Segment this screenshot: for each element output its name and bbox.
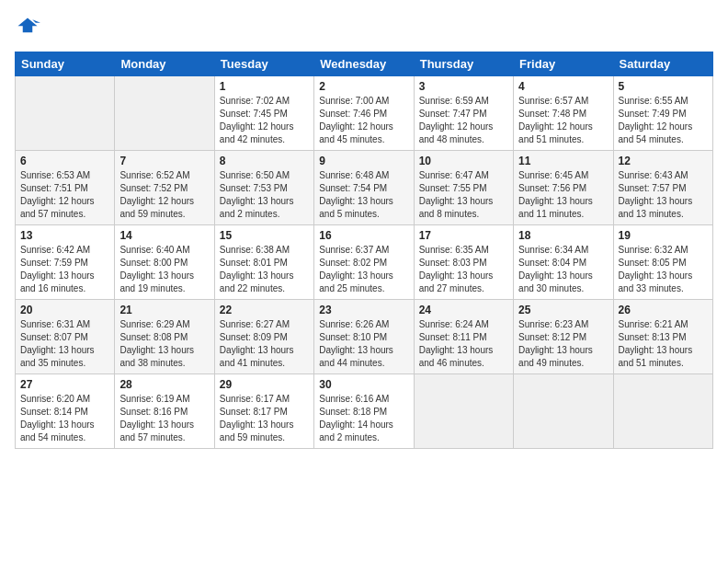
calendar-cell: 25Sunrise: 6:23 AMSunset: 8:12 PMDayligh… — [514, 300, 613, 374]
svg-marker-1 — [32, 19, 40, 23]
calendar-cell: 27Sunrise: 6:20 AMSunset: 8:14 PMDayligh… — [16, 374, 115, 449]
day-info: Sunrise: 6:55 AMSunset: 7:49 PMDaylight:… — [619, 95, 708, 146]
day-info: Sunrise: 6:23 AMSunset: 8:12 PMDaylight:… — [518, 318, 608, 370]
day-info: Sunrise: 6:20 AMSunset: 8:14 PMDaylight:… — [20, 393, 109, 444]
day-info: Sunrise: 6:43 AMSunset: 7:57 PMDaylight:… — [619, 169, 708, 221]
day-number: 28 — [119, 378, 209, 391]
day-info: Sunrise: 6:48 AMSunset: 7:54 PMDaylight:… — [319, 169, 408, 221]
calendar-cell: 12Sunrise: 6:43 AMSunset: 7:57 PMDayligh… — [613, 151, 712, 225]
calendar-table: SundayMondayTuesdayWednesdayThursdayFrid… — [15, 52, 713, 449]
day-info: Sunrise: 6:26 AMSunset: 8:10 PMDaylight:… — [319, 318, 408, 370]
day-info: Sunrise: 6:52 AMSunset: 7:52 PMDaylight:… — [119, 169, 209, 221]
calendar-cell: 3Sunrise: 6:59 AMSunset: 7:47 PMDaylight… — [414, 76, 513, 151]
calendar-cell: 10Sunrise: 6:47 AMSunset: 7:55 PMDayligh… — [414, 151, 513, 225]
day-number: 1 — [220, 80, 309, 93]
day-number: 17 — [419, 229, 508, 242]
day-number: 25 — [518, 304, 608, 316]
day-info: Sunrise: 7:02 AMSunset: 7:45 PMDaylight:… — [220, 95, 309, 146]
day-info: Sunrise: 7:00 AMSunset: 7:46 PMDaylight:… — [319, 95, 408, 146]
weekday-header-monday: Monday — [115, 52, 214, 76]
day-info: Sunrise: 6:35 AMSunset: 8:03 PMDaylight:… — [419, 244, 508, 295]
calendar-cell: 9Sunrise: 6:48 AMSunset: 7:54 PMDaylight… — [314, 151, 414, 225]
day-info: Sunrise: 6:31 AMSunset: 8:07 PMDaylight:… — [20, 318, 109, 370]
calendar-cell: 14Sunrise: 6:40 AMSunset: 8:00 PMDayligh… — [115, 225, 214, 300]
logo-icon — [15, 15, 40, 40]
day-number: 24 — [419, 304, 508, 316]
calendar-cell: 23Sunrise: 6:26 AMSunset: 8:10 PMDayligh… — [314, 300, 414, 374]
day-number: 3 — [419, 80, 508, 93]
calendar-cell: 5Sunrise: 6:55 AMSunset: 7:49 PMDaylight… — [613, 76, 712, 151]
calendar-cell — [16, 76, 115, 151]
calendar-cell — [514, 374, 613, 449]
day-number: 23 — [319, 304, 408, 316]
day-number: 13 — [20, 229, 109, 242]
day-number: 27 — [20, 378, 109, 391]
day-number: 15 — [220, 229, 309, 242]
day-number: 7 — [119, 155, 209, 167]
calendar-cell: 24Sunrise: 6:24 AMSunset: 8:11 PMDayligh… — [414, 300, 513, 374]
day-number: 29 — [220, 378, 309, 391]
day-number: 4 — [518, 80, 608, 93]
weekday-header-sunday: Sunday — [16, 52, 115, 76]
calendar-cell: 20Sunrise: 6:31 AMSunset: 8:07 PMDayligh… — [16, 300, 115, 374]
calendar-week-3: 13Sunrise: 6:42 AMSunset: 7:59 PMDayligh… — [16, 225, 713, 300]
calendar-header-row: SundayMondayTuesdayWednesdayThursdayFrid… — [16, 52, 713, 76]
day-number: 30 — [319, 378, 408, 391]
day-info: Sunrise: 6:19 AMSunset: 8:16 PMDaylight:… — [119, 393, 209, 444]
day-info: Sunrise: 6:34 AMSunset: 8:04 PMDaylight:… — [518, 244, 608, 295]
weekday-header-tuesday: Tuesday — [214, 52, 313, 76]
calendar-cell: 11Sunrise: 6:45 AMSunset: 7:56 PMDayligh… — [514, 151, 613, 225]
calendar-cell: 6Sunrise: 6:53 AMSunset: 7:51 PMDaylight… — [16, 151, 115, 225]
weekday-header-friday: Friday — [514, 52, 613, 76]
day-info: Sunrise: 6:29 AMSunset: 8:08 PMDaylight:… — [119, 318, 209, 370]
page-header — [15, 15, 713, 40]
calendar-cell — [414, 374, 513, 449]
calendar-cell: 29Sunrise: 6:17 AMSunset: 8:17 PMDayligh… — [214, 374, 313, 449]
day-info: Sunrise: 6:47 AMSunset: 7:55 PMDaylight:… — [419, 169, 508, 221]
day-number: 20 — [20, 304, 109, 316]
day-number: 2 — [319, 80, 408, 93]
day-number: 19 — [619, 229, 708, 242]
calendar-week-2: 6Sunrise: 6:53 AMSunset: 7:51 PMDaylight… — [16, 151, 713, 225]
day-info: Sunrise: 6:59 AMSunset: 7:47 PMDaylight:… — [419, 95, 508, 146]
calendar-cell: 22Sunrise: 6:27 AMSunset: 8:09 PMDayligh… — [214, 300, 313, 374]
calendar-cell: 8Sunrise: 6:50 AMSunset: 7:53 PMDaylight… — [214, 151, 313, 225]
day-info: Sunrise: 6:17 AMSunset: 8:17 PMDaylight:… — [220, 393, 309, 444]
day-number: 6 — [20, 155, 109, 167]
day-number: 21 — [119, 304, 209, 316]
calendar-cell: 2Sunrise: 7:00 AMSunset: 7:46 PMDaylight… — [314, 76, 414, 151]
day-number: 22 — [220, 304, 309, 316]
calendar-cell: 18Sunrise: 6:34 AMSunset: 8:04 PMDayligh… — [514, 225, 613, 300]
calendar-cell: 30Sunrise: 6:16 AMSunset: 8:18 PMDayligh… — [314, 374, 414, 449]
calendar-cell: 15Sunrise: 6:38 AMSunset: 8:01 PMDayligh… — [214, 225, 313, 300]
day-number: 10 — [419, 155, 508, 167]
day-info: Sunrise: 6:45 AMSunset: 7:56 PMDaylight:… — [518, 169, 608, 221]
calendar-cell: 28Sunrise: 6:19 AMSunset: 8:16 PMDayligh… — [115, 374, 214, 449]
day-number: 12 — [619, 155, 708, 167]
day-info: Sunrise: 6:16 AMSunset: 8:18 PMDaylight:… — [319, 393, 408, 444]
day-info: Sunrise: 6:53 AMSunset: 7:51 PMDaylight:… — [20, 169, 109, 221]
calendar-cell: 1Sunrise: 7:02 AMSunset: 7:45 PMDaylight… — [214, 76, 313, 151]
calendar-week-5: 27Sunrise: 6:20 AMSunset: 8:14 PMDayligh… — [16, 374, 713, 449]
svg-marker-0 — [18, 18, 38, 33]
calendar-cell: 7Sunrise: 6:52 AMSunset: 7:52 PMDaylight… — [115, 151, 214, 225]
day-info: Sunrise: 6:32 AMSunset: 8:05 PMDaylight:… — [619, 244, 708, 295]
day-number: 8 — [220, 155, 309, 167]
calendar-cell: 13Sunrise: 6:42 AMSunset: 7:59 PMDayligh… — [16, 225, 115, 300]
day-info: Sunrise: 6:57 AMSunset: 7:48 PMDaylight:… — [518, 95, 608, 146]
calendar-week-4: 20Sunrise: 6:31 AMSunset: 8:07 PMDayligh… — [16, 300, 713, 374]
weekday-header-saturday: Saturday — [613, 52, 712, 76]
day-info: Sunrise: 6:37 AMSunset: 8:02 PMDaylight:… — [319, 244, 408, 295]
calendar-cell — [613, 374, 712, 449]
day-number: 9 — [319, 155, 408, 167]
calendar-cell — [115, 76, 214, 151]
calendar-cell: 16Sunrise: 6:37 AMSunset: 8:02 PMDayligh… — [314, 225, 414, 300]
calendar-cell: 17Sunrise: 6:35 AMSunset: 8:03 PMDayligh… — [414, 225, 513, 300]
calendar-week-1: 1Sunrise: 7:02 AMSunset: 7:45 PMDaylight… — [16, 76, 713, 151]
weekday-header-wednesday: Wednesday — [314, 52, 414, 76]
calendar-cell: 26Sunrise: 6:21 AMSunset: 8:13 PMDayligh… — [613, 300, 712, 374]
day-info: Sunrise: 6:38 AMSunset: 8:01 PMDaylight:… — [220, 244, 309, 295]
calendar-cell: 21Sunrise: 6:29 AMSunset: 8:08 PMDayligh… — [115, 300, 214, 374]
day-info: Sunrise: 6:24 AMSunset: 8:11 PMDaylight:… — [419, 318, 508, 370]
weekday-header-thursday: Thursday — [414, 52, 513, 76]
